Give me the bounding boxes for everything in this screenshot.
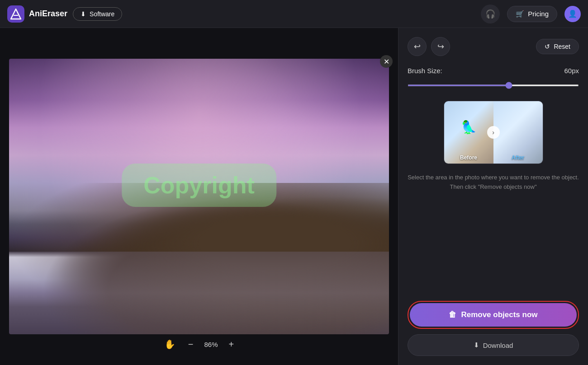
user-icon: 👤 [568, 9, 577, 18]
svg-rect-0 [7, 5, 24, 23]
landscape-image [9, 59, 389, 334]
after-label: After [512, 154, 524, 161]
canvas-toolbar: ✋ − 86% + [162, 337, 236, 351]
remove-button-wrapper: 🗑 Remove objects now [408, 301, 579, 329]
download-icon: ⬇ [81, 10, 86, 18]
brush-header: Brush Size: 60px [408, 67, 579, 75]
close-button[interactable]: ✕ [380, 55, 393, 68]
redo-button[interactable]: ↪ [431, 37, 450, 56]
reset-label: Reset [554, 43, 570, 50]
remove-btn-border: 🗑 Remove objects now [408, 301, 579, 329]
download-button[interactable]: ⬇ Download [408, 334, 579, 356]
arrow-icon: › [492, 129, 494, 136]
minus-icon: − [188, 339, 194, 349]
cart-icon: 🛒 [516, 10, 524, 18]
instruction-text: Select the area in the photo where you w… [408, 173, 579, 192]
close-icon: ✕ [384, 57, 389, 66]
after-half: After [493, 101, 543, 164]
zoom-level: 86% [204, 341, 218, 348]
software-label: Software [90, 10, 114, 18]
before-half: Before [444, 101, 493, 164]
image-container[interactable]: Copyright [9, 59, 389, 334]
remove-label: Remove objects now [461, 310, 537, 319]
zoom-in-button[interactable]: + [227, 337, 236, 351]
before-after-card: Before After › [444, 101, 543, 164]
undo-button[interactable]: ↩ [408, 37, 427, 56]
reset-icon: ↺ [545, 43, 550, 50]
action-row: ↩ ↪ ↺ Reset [408, 37, 579, 56]
header: AniEraser ⬇ Software 🎧 🛒 Pricing 👤 [0, 0, 588, 28]
brush-value: 60px [564, 67, 579, 75]
hand-tool-button[interactable]: ✋ [162, 337, 177, 351]
download-label: Download [483, 342, 513, 349]
undo-icon: ↩ [414, 42, 421, 51]
brush-section: Brush Size: 60px [408, 67, 579, 88]
remove-objects-button[interactable]: 🗑 Remove objects now [410, 303, 577, 327]
brush-label: Brush Size: [408, 67, 442, 75]
pricing-label: Pricing [528, 10, 549, 18]
logo-icon [7, 5, 24, 23]
reset-button[interactable]: ↺ Reset [536, 39, 579, 54]
headset-icon: 🎧 [485, 9, 495, 19]
software-button[interactable]: ⬇ Software [73, 7, 122, 21]
header-right: 🎧 🛒 Pricing 👤 [481, 5, 581, 23]
canvas-area: ✕ Copyright ✋ − 86% + [0, 28, 398, 365]
app-title: AniEraser [29, 9, 67, 19]
download-icon: ⬇ [474, 341, 479, 349]
pricing-button[interactable]: 🛒 Pricing [507, 6, 557, 22]
image-wrapper: ✕ Copyright [9, 59, 389, 334]
plus-icon: + [229, 339, 234, 349]
support-button[interactable]: 🎧 [481, 5, 500, 23]
main-content: ✕ Copyright ✋ − 86% + ↩ [0, 28, 588, 365]
redo-icon: ↪ [437, 42, 444, 51]
preview-section: Before After › [408, 101, 579, 164]
before-label: Before [460, 154, 477, 161]
zoom-out-button[interactable]: − [186, 337, 195, 351]
ba-divider: › [487, 126, 500, 139]
avatar[interactable]: 👤 [564, 6, 581, 22]
hand-icon: ✋ [164, 339, 175, 349]
right-panel: ↩ ↪ ↺ Reset Brush Size: 60px Before [398, 28, 588, 365]
brush-size-slider[interactable] [408, 84, 579, 86]
remove-icon: 🗑 [449, 310, 456, 319]
logo-area: AniEraser [7, 5, 67, 23]
